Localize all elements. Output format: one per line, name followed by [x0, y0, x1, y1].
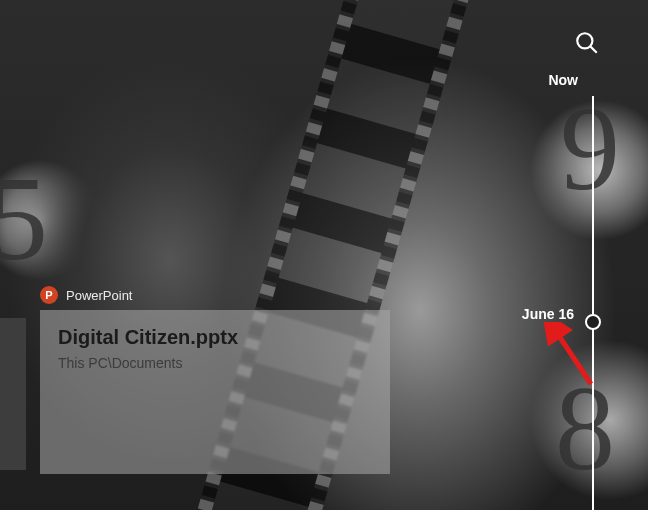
- adjacent-card-edge: [0, 318, 26, 470]
- activity-location: This PC\Documents: [58, 355, 372, 371]
- background-numeral-5: 5: [0, 150, 48, 288]
- timeline-now-label: Now: [548, 72, 578, 88]
- activity-app-header: P PowerPoint: [40, 286, 132, 304]
- search-icon[interactable]: [574, 30, 600, 56]
- svg-line-1: [590, 46, 596, 52]
- timeline-node[interactable]: [585, 314, 601, 330]
- activity-card[interactable]: Digital Citizen.pptx This PC\Documents: [40, 310, 390, 474]
- powerpoint-icon: P: [40, 286, 58, 304]
- activity-title: Digital Citizen.pptx: [58, 326, 372, 349]
- timeline-line: [592, 96, 594, 510]
- background-numeral-9: 9: [560, 80, 620, 218]
- svg-point-0: [577, 33, 592, 48]
- activity-app-name: PowerPoint: [66, 288, 132, 303]
- timeline-date-label: June 16: [522, 306, 574, 322]
- background-numeral-8: 8: [555, 360, 615, 498]
- timeline-rail[interactable]: Now June 16: [592, 80, 594, 510]
- app-badge-letter: P: [45, 289, 52, 301]
